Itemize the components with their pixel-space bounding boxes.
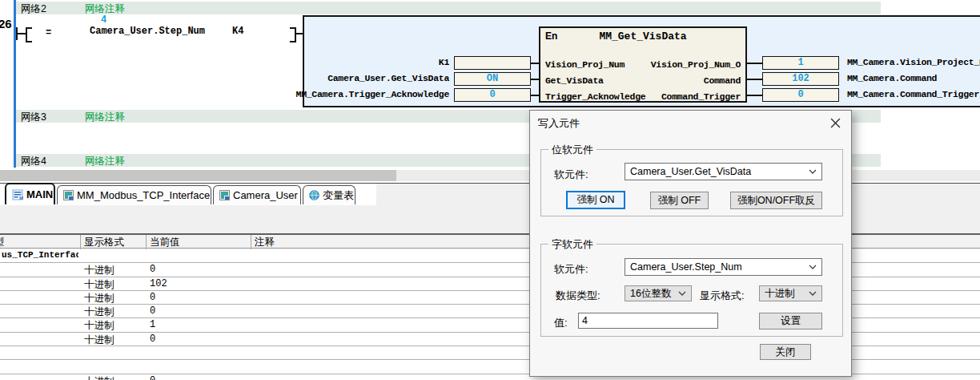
fb-input-operand[interactable]: Camera_User.Get_VisData <box>271 73 449 83</box>
display-format-value: 十进制 <box>765 287 795 301</box>
dialog-close-button[interactable]: 关闭 <box>760 344 811 360</box>
datatype-value: 16位整数 <box>630 287 671 301</box>
globe-icon <box>309 190 319 200</box>
cell-value: 1 <box>150 319 155 330</box>
bit-device-value: Camera_User.Get_VisData <box>630 166 751 177</box>
datatype-label: 数据类型: <box>556 289 600 303</box>
fb-input-pin: Get_VisData <box>545 75 604 86</box>
cell-value: 102 <box>150 278 167 289</box>
tab-label: Camera_User <box>233 189 298 201</box>
chevron-down-icon <box>678 291 686 296</box>
cell-format: 十进制 <box>84 264 114 277</box>
input-wire <box>531 79 539 80</box>
column-header-format[interactable]: 显示格式 <box>84 236 124 249</box>
function-block[interactable]: En MM_Get_VisData Vision_Proj_Num Get_Vi… <box>539 26 747 103</box>
svg-text:M: M <box>19 196 23 200</box>
cell-value: 0 <box>150 375 155 380</box>
fb-input-operand[interactable]: MM_Camera.Trigger_Acknowledge <box>271 89 449 99</box>
rung-step-number: 26 <box>0 17 12 30</box>
fb-icon <box>219 190 230 200</box>
tab-mm-modbus-tcp-interface[interactable]: MM_Modbus_TCP_Interface <box>57 185 211 204</box>
fb-input-pin: Trigger_Acknowledge <box>545 91 645 102</box>
fb-input-value-box[interactable]: 0 <box>454 88 531 102</box>
bit-device-group: 位软元件 软元件: Camera_User.Get_VisData 强制 ON … <box>540 149 843 216</box>
column-header-comment[interactable]: 注释 <box>255 236 275 249</box>
fb-input-value-box[interactable]: ON <box>454 72 531 86</box>
word-device-combobox[interactable]: Camera_User.Step_Num <box>625 258 822 276</box>
network-2-label: 网络2 <box>21 2 46 16</box>
tab-main[interactable]: M MAIN <box>5 183 55 204</box>
force-on-button[interactable]: 强制 ON <box>566 191 625 209</box>
cell-value: 0 <box>150 305 155 317</box>
value-label: 值: <box>554 316 568 330</box>
cell-format: 十进制 <box>84 305 114 319</box>
fb-output-pin: Command <box>704 75 741 86</box>
compare-contact-open-bracket <box>26 27 32 42</box>
network-3-label: 网络3 <box>21 111 46 124</box>
output-wire <box>747 63 762 64</box>
cell-format: 十进制 <box>84 334 114 347</box>
fb-input-value-box[interactable] <box>454 56 531 70</box>
tab-variable-table[interactable]: 变量表 <box>303 185 355 204</box>
close-icon[interactable] <box>830 118 841 128</box>
cell-format: 十进制 <box>84 319 114 333</box>
chevron-down-icon <box>809 291 817 296</box>
compare-operator[interactable]: = <box>46 27 51 38</box>
force-off-button[interactable]: 强制 OFF <box>650 192 709 209</box>
cell-format: 十进制 <box>84 292 114 305</box>
column-header-value[interactable]: 当前值 <box>150 236 180 249</box>
cell-value: 0 <box>150 334 155 345</box>
plc-ide-screen: 26 网络2 网络注释 = 4 Camera_User.Step_Num K4 … <box>0 0 980 380</box>
tab-label: MAIN <box>26 188 53 200</box>
rung-wire-left <box>16 33 26 34</box>
write-device-dialog: 写入元件 位软元件 软元件: Camera_User.Get_VisData 强… <box>529 110 852 377</box>
word-device-group: 字软元件 软元件: Camera_User.Step_Num 数据类型: 16位… <box>540 244 843 337</box>
cell-format: 十进制 <box>84 278 114 292</box>
word-device-value: Camera_User.Step_Num <box>630 261 742 273</box>
fb-output-value-box[interactable]: 0 <box>762 88 839 102</box>
fb-output-operand[interactable]: MM_Camera.Vision_Project_Num <box>847 57 980 67</box>
chevron-down-icon <box>809 265 817 269</box>
datatype-combobox[interactable]: 16位整数 <box>625 285 692 301</box>
fb-output-operand[interactable]: MM_Camera.Command <box>847 73 937 83</box>
force-toggle-button[interactable]: 强制ON/OFF取反 <box>730 192 822 209</box>
tab-label: MM_Modbus_TCP_Interface <box>77 189 210 201</box>
network-3-comment[interactable]: 网络注释 <box>85 111 125 124</box>
fb-output-value-box[interactable]: 1 <box>762 56 839 70</box>
compare-contact-close-bracket <box>290 27 296 42</box>
bit-device-group-label: 位软元件 <box>548 143 596 157</box>
cell-value: 0 <box>150 292 155 303</box>
compare-operand1[interactable]: Camera_User.Step_Num <box>90 26 205 37</box>
bit-device-combobox[interactable]: Camera_User.Get_VisData <box>625 163 822 180</box>
fb-icon <box>63 190 74 200</box>
tab-label: 变量表 <box>323 188 354 203</box>
horizontal-scrollbar-thumb[interactable] <box>0 170 396 181</box>
operand1-monitor-value: 4 <box>101 14 106 26</box>
ladder-icon: M <box>12 189 23 200</box>
fb-output-pin: Vision_Proj_Num_O <box>651 59 741 70</box>
input-wire <box>531 95 539 96</box>
fb-title: MM_Get_VisData <box>540 30 745 42</box>
fb-output-value-box[interactable]: 102 <box>762 72 839 86</box>
fb-output-operand[interactable]: MM_Camera.Command_Trigger <box>847 89 979 99</box>
fb-input-operand[interactable]: K1 <box>271 57 449 67</box>
output-wire <box>747 95 762 96</box>
output-wire <box>747 79 762 80</box>
cell-name: us_TCP_Interface <box>2 250 78 260</box>
network-4-label: 网络4 <box>21 155 46 168</box>
word-device-label: 软元件: <box>554 262 588 277</box>
set-button[interactable]: 设置 <box>759 313 822 329</box>
chevron-down-icon <box>809 169 817 174</box>
column-header-name[interactable]: 型 <box>0 236 10 249</box>
display-format-label: 显示格式: <box>700 289 745 303</box>
compare-operand2[interactable]: K4 <box>232 26 243 37</box>
value-input[interactable] <box>578 313 718 329</box>
cell-format: 十进制 <box>84 375 114 380</box>
fb-output-pin: Command_Trigger <box>661 91 741 102</box>
network-4-comment[interactable]: 网络注释 <box>85 155 125 168</box>
fb-input-pin: Vision_Proj_Num <box>545 59 625 70</box>
ladder-left-busbar <box>14 0 16 168</box>
tab-camera-user[interactable]: Camera_User <box>213 185 301 204</box>
network-2-band[interactable]: 网络2 网络注释 <box>16 2 881 14</box>
display-format-combobox[interactable]: 十进制 <box>759 285 822 301</box>
